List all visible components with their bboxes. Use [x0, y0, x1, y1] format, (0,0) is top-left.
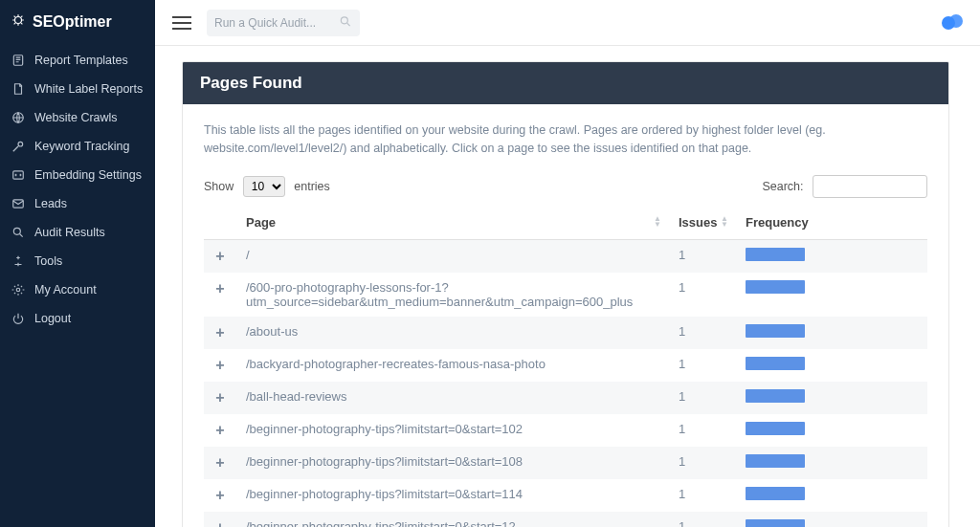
- sidebar-item-label: Leads: [34, 197, 67, 210]
- cell-page: /about-us: [236, 317, 669, 349]
- sidebar-item[interactable]: White Label Reports: [0, 75, 155, 103]
- table-row[interactable]: +/ball-head-reviews1: [204, 382, 927, 414]
- col-issues[interactable]: Issues ▲▼: [669, 206, 736, 240]
- sidebar-item-label: Keyword Tracking: [34, 140, 129, 153]
- quick-audit-placeholder: Run a Quick Audit...: [214, 16, 316, 30]
- svg-point-6: [13, 228, 20, 234]
- cell-page: /ball-head-reviews: [236, 382, 669, 414]
- expand-icon[interactable]: +: [204, 479, 236, 512]
- cell-frequency: [736, 273, 927, 317]
- sidebar-item[interactable]: Leads: [0, 189, 155, 218]
- sidebar-item[interactable]: Embedding Settings: [0, 161, 155, 189]
- table-row[interactable]: +/1: [204, 239, 927, 273]
- mail-icon: [11, 197, 25, 210]
- globe-icon: [11, 111, 25, 124]
- brand-logo-icon: [11, 13, 25, 31]
- frequency-bar: [746, 519, 805, 528]
- frequency-bar: [746, 357, 805, 370]
- users-icon[interactable]: [942, 14, 963, 32]
- table-row[interactable]: +/beginner-photography-tips?limitstart=0…: [204, 479, 927, 512]
- panel-description: This table lists all the pages identifie…: [204, 121, 927, 158]
- quick-audit-input[interactable]: Run a Quick Audit...: [207, 10, 360, 36]
- sidebar-item[interactable]: Website Crawls: [0, 103, 155, 132]
- sidebar-item[interactable]: Report Templates: [0, 46, 155, 75]
- sort-icon: ▲▼: [654, 216, 661, 228]
- table-row[interactable]: +/600-pro-photography-lessons-for-1?utm_…: [204, 273, 927, 317]
- sidebar-item-label: Website Crawls: [34, 111, 118, 124]
- show-label: Show: [204, 180, 234, 193]
- expand-icon[interactable]: +: [204, 382, 236, 414]
- gear-icon: [11, 283, 25, 296]
- frequency-bar: [746, 248, 805, 261]
- cell-page: /: [236, 239, 669, 273]
- entries-label: entries: [294, 180, 330, 193]
- sidebar-item[interactable]: Logout: [0, 304, 155, 333]
- menu-toggle-icon[interactable]: [172, 16, 191, 30]
- cell-frequency: [736, 414, 927, 447]
- sidebar-item-label: Logout: [34, 312, 71, 325]
- cell-page: /beginner-photography-tips?limitstart=0&…: [236, 414, 669, 447]
- expand-icon[interactable]: +: [204, 317, 236, 349]
- per-page-select[interactable]: 10: [243, 176, 285, 197]
- cell-page: /600-pro-photography-lessons-for-1?utm_s…: [236, 273, 669, 317]
- frequency-bar: [746, 389, 805, 403]
- cell-frequency: [736, 317, 927, 349]
- col-page-label: Page: [246, 215, 276, 230]
- expand-icon[interactable]: +: [204, 447, 236, 479]
- pages-found-panel: Pages Found This table lists all the pag…: [182, 61, 949, 527]
- cell-issues: 1: [669, 414, 736, 447]
- search-icon: [11, 226, 25, 239]
- expand-icon[interactable]: +: [204, 273, 236, 317]
- cell-issues: 1: [669, 273, 736, 317]
- table-row[interactable]: +/backyard-photographer-recreates-famous…: [204, 349, 927, 382]
- table-search: Search:: [762, 175, 927, 198]
- col-frequency-label: Frequency: [746, 215, 809, 230]
- pages-table: Page ▲▼ Issues ▲▼ Frequency +/1+/600-pro…: [204, 206, 927, 528]
- cell-frequency: [736, 239, 927, 273]
- col-issues-label: Issues: [679, 215, 717, 230]
- frequency-bar: [746, 280, 805, 294]
- cell-page: /beginner-photography-tips?limitstart=0&…: [236, 447, 669, 479]
- expand-icon[interactable]: +: [204, 414, 236, 447]
- sidebar-item-label: White Label Reports: [34, 82, 143, 96]
- svg-point-0: [15, 17, 22, 24]
- sidebar-item-label: Audit Results: [34, 226, 105, 239]
- table-row[interactable]: +/about-us1: [204, 317, 927, 349]
- cell-issues: 1: [669, 239, 736, 273]
- sidebar-item-label: Report Templates: [34, 54, 128, 67]
- cell-frequency: [736, 447, 927, 479]
- sidebar-item[interactable]: Keyword Tracking: [0, 132, 155, 161]
- table-row[interactable]: +/beginner-photography-tips?limitstart=0…: [204, 447, 927, 479]
- expand-icon[interactable]: +: [204, 512, 236, 528]
- cell-frequency: [736, 512, 927, 528]
- cell-page: /beginner-photography-tips?limitstart=0&…: [236, 512, 669, 528]
- entries-selector: Show 10 entries: [204, 176, 330, 197]
- expand-icon[interactable]: +: [204, 349, 236, 382]
- sidebar-item-label: Embedding Settings: [34, 168, 142, 182]
- search-label: Search:: [762, 180, 803, 193]
- cell-issues: 1: [669, 317, 736, 349]
- cell-issues: 1: [669, 382, 736, 414]
- table-row[interactable]: +/beginner-photography-tips?limitstart=0…: [204, 512, 927, 528]
- content: Pages Found This table lists all the pag…: [155, 0, 980, 527]
- search-icon: [339, 14, 352, 31]
- table-row[interactable]: +/beginner-photography-tips?limitstart=0…: [204, 414, 927, 447]
- sidebar-item[interactable]: Audit Results: [0, 218, 155, 247]
- sidebar-item-label: Tools: [34, 254, 62, 268]
- sidebar-item[interactable]: Tools: [0, 247, 155, 275]
- expand-icon[interactable]: +: [204, 239, 236, 273]
- panel-title: Pages Found: [183, 62, 948, 104]
- col-page[interactable]: Page ▲▼: [236, 206, 669, 240]
- col-frequency[interactable]: Frequency: [736, 206, 927, 240]
- cell-page: /beginner-photography-tips?limitstart=0&…: [236, 479, 669, 512]
- table-controls: Show 10 entries Search:: [204, 175, 927, 198]
- cell-issues: 1: [669, 512, 736, 528]
- sidebar-item[interactable]: My Account: [0, 275, 155, 304]
- col-expand: [204, 206, 236, 240]
- search-input[interactable]: [813, 175, 927, 198]
- svg-point-3: [18, 142, 23, 146]
- topbar: Run a Quick Audit...: [155, 0, 980, 46]
- embed-icon: [11, 168, 25, 182]
- svg-point-7: [16, 288, 20, 292]
- tool-icon: [11, 254, 25, 268]
